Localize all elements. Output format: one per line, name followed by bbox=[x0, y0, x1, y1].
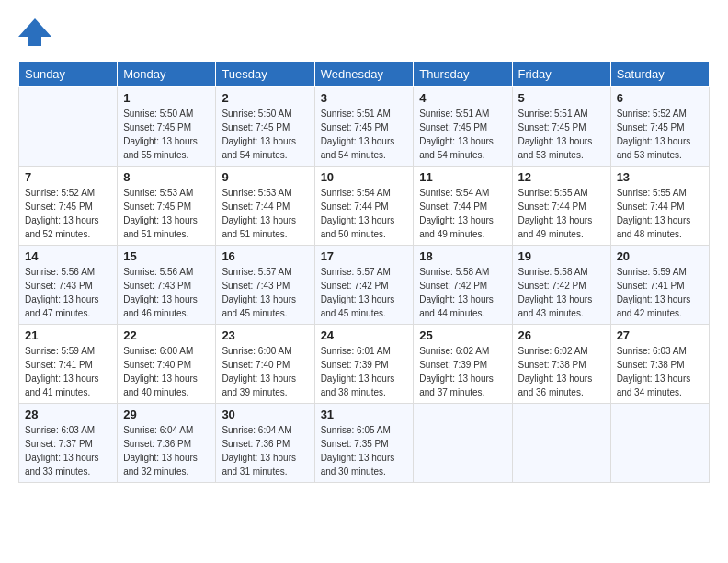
logo bbox=[18, 18, 55, 46]
day-info: Sunrise: 5:51 AM Sunset: 7:45 PM Dayligh… bbox=[419, 107, 506, 162]
calendar-cell: 28Sunrise: 6:03 AM Sunset: 7:37 PM Dayli… bbox=[19, 404, 118, 483]
day-number: 29 bbox=[123, 408, 210, 421]
calendar-body: 1Sunrise: 5:50 AM Sunset: 7:45 PM Daylig… bbox=[19, 87, 710, 483]
day-info: Sunrise: 5:50 AM Sunset: 7:45 PM Dayligh… bbox=[222, 107, 308, 162]
day-info: Sunrise: 6:03 AM Sunset: 7:37 PM Dayligh… bbox=[25, 423, 111, 478]
day-number: 20 bbox=[617, 249, 703, 263]
day-info: Sunrise: 6:05 AM Sunset: 7:35 PM Dayligh… bbox=[321, 423, 408, 478]
day-info: Sunrise: 6:00 AM Sunset: 7:40 PM Dayligh… bbox=[222, 344, 308, 399]
weekday-header: Thursday bbox=[414, 62, 512, 87]
day-info: Sunrise: 5:52 AM Sunset: 7:45 PM Dayligh… bbox=[617, 107, 703, 162]
calendar-cell bbox=[610, 404, 709, 483]
day-number: 9 bbox=[222, 170, 308, 184]
calendar-cell: 31Sunrise: 6:05 AM Sunset: 7:35 PM Dayli… bbox=[314, 404, 414, 483]
calendar-cell: 12Sunrise: 5:55 AM Sunset: 7:44 PM Dayli… bbox=[512, 167, 610, 246]
day-number: 2 bbox=[222, 91, 308, 105]
day-number: 11 bbox=[419, 170, 506, 184]
day-number: 22 bbox=[123, 328, 210, 342]
calendar-cell: 25Sunrise: 6:02 AM Sunset: 7:39 PM Dayli… bbox=[414, 325, 512, 404]
calendar-cell: 13Sunrise: 5:55 AM Sunset: 7:44 PM Dayli… bbox=[610, 167, 709, 246]
day-info: Sunrise: 5:59 AM Sunset: 7:41 PM Dayligh… bbox=[25, 344, 111, 399]
day-info: Sunrise: 5:53 AM Sunset: 7:45 PM Dayligh… bbox=[123, 186, 210, 241]
day-number: 10 bbox=[321, 170, 408, 184]
day-number: 16 bbox=[222, 249, 308, 263]
calendar-cell: 6Sunrise: 5:52 AM Sunset: 7:45 PM Daylig… bbox=[610, 87, 709, 167]
day-number: 21 bbox=[25, 328, 111, 342]
weekday-header: Tuesday bbox=[216, 62, 314, 87]
day-info: Sunrise: 5:58 AM Sunset: 7:42 PM Dayligh… bbox=[518, 265, 605, 320]
day-info: Sunrise: 5:54 AM Sunset: 7:44 PM Dayligh… bbox=[321, 186, 408, 241]
day-number: 6 bbox=[617, 91, 703, 105]
day-number: 4 bbox=[419, 91, 506, 105]
calendar-cell: 22Sunrise: 6:00 AM Sunset: 7:40 PM Dayli… bbox=[118, 325, 216, 404]
calendar-cell: 2Sunrise: 5:50 AM Sunset: 7:45 PM Daylig… bbox=[216, 87, 314, 167]
day-number: 3 bbox=[321, 91, 408, 105]
day-number: 26 bbox=[518, 328, 605, 342]
calendar-cell: 11Sunrise: 5:54 AM Sunset: 7:44 PM Dayli… bbox=[414, 167, 512, 246]
calendar-header: SundayMondayTuesdayWednesdayThursdayFrid… bbox=[19, 62, 710, 87]
day-number: 31 bbox=[321, 408, 408, 421]
calendar-week-row: 1Sunrise: 5:50 AM Sunset: 7:45 PM Daylig… bbox=[19, 87, 710, 167]
weekday-header: Wednesday bbox=[314, 62, 414, 87]
calendar-cell: 1Sunrise: 5:50 AM Sunset: 7:45 PM Daylig… bbox=[118, 87, 216, 167]
weekday-header: Friday bbox=[512, 62, 610, 87]
calendar-cell: 5Sunrise: 5:51 AM Sunset: 7:45 PM Daylig… bbox=[512, 87, 610, 167]
day-number: 24 bbox=[321, 328, 408, 342]
calendar-table: SundayMondayTuesdayWednesdayThursdayFrid… bbox=[18, 61, 710, 483]
calendar-cell: 7Sunrise: 5:52 AM Sunset: 7:45 PM Daylig… bbox=[19, 167, 118, 246]
day-number: 13 bbox=[617, 170, 703, 184]
weekday-header: Sunday bbox=[19, 62, 118, 87]
calendar-cell: 10Sunrise: 5:54 AM Sunset: 7:44 PM Dayli… bbox=[314, 167, 414, 246]
day-info: Sunrise: 5:56 AM Sunset: 7:43 PM Dayligh… bbox=[25, 265, 111, 320]
calendar-cell: 24Sunrise: 6:01 AM Sunset: 7:39 PM Dayli… bbox=[314, 325, 414, 404]
day-info: Sunrise: 6:01 AM Sunset: 7:39 PM Dayligh… bbox=[321, 344, 408, 399]
day-info: Sunrise: 5:54 AM Sunset: 7:44 PM Dayligh… bbox=[419, 186, 506, 241]
calendar-cell: 17Sunrise: 5:57 AM Sunset: 7:42 PM Dayli… bbox=[314, 246, 414, 325]
calendar-cell: 8Sunrise: 5:53 AM Sunset: 7:45 PM Daylig… bbox=[118, 167, 216, 246]
day-number: 19 bbox=[518, 249, 605, 263]
day-info: Sunrise: 6:00 AM Sunset: 7:40 PM Dayligh… bbox=[123, 344, 210, 399]
day-number: 23 bbox=[222, 328, 308, 342]
calendar-cell: 19Sunrise: 5:58 AM Sunset: 7:42 PM Dayli… bbox=[512, 246, 610, 325]
calendar-cell: 26Sunrise: 6:02 AM Sunset: 7:38 PM Dayli… bbox=[512, 325, 610, 404]
day-info: Sunrise: 5:56 AM Sunset: 7:43 PM Dayligh… bbox=[123, 265, 210, 320]
day-info: Sunrise: 5:55 AM Sunset: 7:44 PM Dayligh… bbox=[518, 186, 605, 241]
day-number: 5 bbox=[518, 91, 605, 105]
day-info: Sunrise: 6:04 AM Sunset: 7:36 PM Dayligh… bbox=[222, 423, 308, 478]
day-info: Sunrise: 5:58 AM Sunset: 7:42 PM Dayligh… bbox=[419, 265, 506, 320]
calendar-cell: 27Sunrise: 6:03 AM Sunset: 7:38 PM Dayli… bbox=[610, 325, 709, 404]
day-number: 17 bbox=[321, 249, 408, 263]
day-info: Sunrise: 5:57 AM Sunset: 7:42 PM Dayligh… bbox=[321, 265, 408, 320]
day-number: 15 bbox=[123, 249, 210, 263]
day-info: Sunrise: 5:57 AM Sunset: 7:43 PM Dayligh… bbox=[222, 265, 308, 320]
calendar-cell: 14Sunrise: 5:56 AM Sunset: 7:43 PM Dayli… bbox=[19, 246, 118, 325]
calendar-cell bbox=[512, 404, 610, 483]
calendar-cell: 15Sunrise: 5:56 AM Sunset: 7:43 PM Dayli… bbox=[118, 246, 216, 325]
calendar-cell: 16Sunrise: 5:57 AM Sunset: 7:43 PM Dayli… bbox=[216, 246, 314, 325]
calendar-cell: 21Sunrise: 5:59 AM Sunset: 7:41 PM Dayli… bbox=[19, 325, 118, 404]
day-number: 30 bbox=[222, 408, 308, 421]
day-info: Sunrise: 5:50 AM Sunset: 7:45 PM Dayligh… bbox=[123, 107, 210, 162]
calendar-cell bbox=[19, 87, 118, 167]
calendar-week-row: 7Sunrise: 5:52 AM Sunset: 7:45 PM Daylig… bbox=[19, 167, 710, 246]
calendar-cell: 20Sunrise: 5:59 AM Sunset: 7:41 PM Dayli… bbox=[610, 246, 709, 325]
day-info: Sunrise: 5:59 AM Sunset: 7:41 PM Dayligh… bbox=[617, 265, 703, 320]
header-row: SundayMondayTuesdayWednesdayThursdayFrid… bbox=[19, 62, 710, 87]
calendar-cell: 4Sunrise: 5:51 AM Sunset: 7:45 PM Daylig… bbox=[414, 87, 512, 167]
calendar-week-row: 28Sunrise: 6:03 AM Sunset: 7:37 PM Dayli… bbox=[19, 404, 710, 483]
calendar-week-row: 14Sunrise: 5:56 AM Sunset: 7:43 PM Dayli… bbox=[19, 246, 710, 325]
day-number: 18 bbox=[419, 249, 506, 263]
day-info: Sunrise: 6:03 AM Sunset: 7:38 PM Dayligh… bbox=[617, 344, 703, 399]
weekday-header: Monday bbox=[118, 62, 216, 87]
day-number: 28 bbox=[25, 408, 111, 421]
day-info: Sunrise: 5:53 AM Sunset: 7:44 PM Dayligh… bbox=[222, 186, 308, 241]
day-info: Sunrise: 5:52 AM Sunset: 7:45 PM Dayligh… bbox=[25, 186, 111, 241]
day-info: Sunrise: 6:02 AM Sunset: 7:38 PM Dayligh… bbox=[518, 344, 605, 399]
calendar-cell bbox=[414, 404, 512, 483]
calendar-cell: 23Sunrise: 6:00 AM Sunset: 7:40 PM Dayli… bbox=[216, 325, 314, 404]
calendar-cell: 29Sunrise: 6:04 AM Sunset: 7:36 PM Dayli… bbox=[118, 404, 216, 483]
page-header bbox=[18, 18, 710, 46]
day-number: 8 bbox=[123, 170, 210, 184]
weekday-header: Saturday bbox=[610, 62, 709, 87]
day-info: Sunrise: 5:55 AM Sunset: 7:44 PM Dayligh… bbox=[617, 186, 703, 241]
